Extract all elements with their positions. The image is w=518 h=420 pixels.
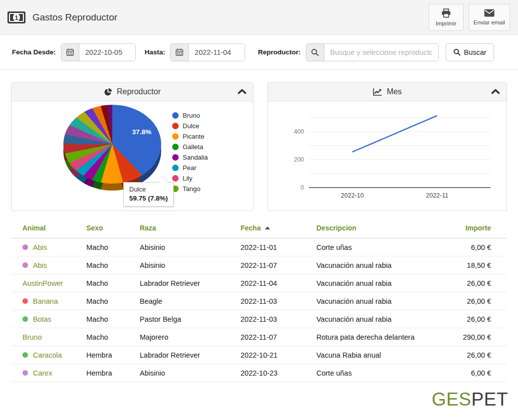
animal-color-dot (22, 262, 28, 268)
hasta-input[interactable] (189, 44, 245, 61)
legend-item[interactable]: Pear (172, 164, 208, 172)
send-email-button[interactable]: Enviar email (469, 4, 510, 31)
animal-link[interactable]: Carex (33, 369, 52, 377)
legend-label: Picante (183, 133, 204, 140)
calendar-icon[interactable] (61, 44, 79, 61)
charts-row: Reproductor 37.8% BrunoDulcePicanteGalle… (11, 82, 507, 211)
legend-item[interactable]: Sandalia (172, 154, 208, 161)
print-button[interactable]: Imprimir (429, 4, 464, 31)
cell-fecha: 2022-10-21 (241, 346, 316, 364)
sort-asc-icon[interactable] (265, 226, 270, 229)
pie-chart-area: 37.8% BrunoDulcePicanteGalletaSandaliaPe… (11, 101, 253, 210)
tooltip-name: Dulce (129, 186, 168, 193)
line-panel: Mes 02004002022-102022-11 (267, 82, 507, 211)
column-header-sexo[interactable]: Sexo (86, 219, 140, 238)
legend-item[interactable]: Picante (172, 133, 208, 140)
legend-dot (172, 165, 179, 171)
svg-text:400: 400 (294, 128, 304, 135)
cell-raza: Labrador Retriever (140, 274, 241, 292)
animal-color-dot (22, 316, 28, 322)
calendar-icon[interactable] (171, 44, 189, 61)
cell-descripcion: Vacuna Rabia anual (316, 346, 433, 364)
brand: 1 Gastos Reproductor (7, 10, 117, 25)
envelope-icon (484, 9, 495, 17)
cell-animal: AustinPower (11, 274, 86, 292)
column-header-descripcion[interactable]: Descripcion (316, 219, 433, 238)
legend-item[interactable]: Lily (172, 175, 208, 182)
legend-item[interactable]: Dulce (172, 122, 208, 130)
svg-text:0: 0 (300, 184, 304, 191)
fecha-desde-input[interactable] (79, 44, 135, 61)
svg-text:2022-10: 2022-10 (341, 192, 364, 199)
table-row: CaracolaHembraLabrador Retriever2022-10-… (11, 346, 507, 364)
cell-fecha: 2022-11-03 (241, 310, 316, 328)
reproductor-search-input[interactable] (324, 44, 438, 61)
column-header-fecha-label: Fecha (241, 224, 260, 232)
top-bar: 1 Gastos Reproductor Imprimir En (0, 0, 518, 35)
cell-animal: Banana (11, 292, 86, 310)
column-header-raza[interactable]: Raza (140, 219, 241, 238)
money-bill-icon: 1 (7, 10, 26, 25)
animal-link[interactable]: Abis (33, 243, 47, 251)
table-row: BotasMachoPastor Belga2022-11-03Vacunaci… (11, 310, 507, 328)
legend-label: Galleta (183, 143, 203, 151)
animal-link[interactable]: Abis (33, 261, 47, 269)
reproductor-label: Reproductor: (258, 48, 301, 56)
cell-descripcion: Vacunación anual rabia (316, 256, 433, 274)
expenses-table: Animal Sexo Raza Fecha Descripcion Impor… (11, 219, 507, 382)
fecha-desde-group (61, 43, 136, 61)
legend-item[interactable]: Galleta (172, 143, 208, 151)
cell-importe: 26,00 € (433, 292, 507, 310)
line-chart-svg: 02004002022-102022-11 (268, 101, 507, 210)
table-row: CarexHembraAbisinio2022-10-23Corte uñas6… (11, 364, 507, 382)
cell-animal: Botas (11, 310, 86, 328)
table-row: BrunoMachoMajorero2022-11-07Rotura pata … (11, 328, 507, 346)
logo-ges: GES (432, 389, 472, 410)
page-title: Gastos Reproductor (32, 12, 117, 23)
animal-link[interactable]: AustinPower (22, 279, 63, 287)
cell-sexo: Macho (86, 274, 140, 292)
animal-link[interactable]: Banana (33, 297, 58, 305)
line-panel-title: Mes (387, 87, 402, 96)
table-row: AbisMachoAbisinio2022-11-01Corte uñas6,0… (11, 238, 507, 256)
cell-descripcion: Vacunación anual rabia (316, 292, 433, 310)
column-header-importe[interactable]: Importe (433, 219, 507, 238)
expenses-table-wrap: Animal Sexo Raza Fecha Descripcion Impor… (11, 219, 507, 382)
column-header-fecha[interactable]: Fecha (241, 219, 316, 238)
animal-link[interactable]: Caracola (33, 351, 62, 359)
cell-sexo: Macho (86, 328, 140, 346)
pie-panel-title: Reproductor (117, 87, 161, 96)
animal-link[interactable]: Bruno (22, 333, 42, 341)
cell-raza: Abisinio (140, 238, 241, 256)
chevron-up-icon[interactable] (238, 88, 247, 95)
animal-link[interactable]: Botas (33, 315, 51, 323)
legend-item[interactable]: Bruno (172, 112, 208, 119)
cell-fecha: 2022-10-23 (241, 364, 316, 382)
pie-legend: BrunoDulcePicanteGalletaSandaliaPearLily… (172, 112, 208, 193)
legend-label: Bruno (183, 112, 200, 119)
cell-animal: Abis (11, 238, 86, 256)
hasta-label: Hasta: (145, 48, 165, 56)
chevron-up-icon[interactable] (491, 88, 500, 95)
column-header-animal[interactable]: Animal (11, 219, 86, 238)
pie-top (63, 105, 161, 184)
pie-chart[interactable]: 37.8% (63, 105, 161, 191)
cell-importe: 26,00 € (433, 346, 507, 364)
legend-dot (172, 133, 179, 140)
svg-text:200: 200 (294, 156, 304, 163)
animal-color-dot (22, 298, 28, 304)
cell-descripcion: Vacunación anual rabia (316, 310, 433, 328)
pie-slice-label: 37.8% (132, 128, 151, 136)
table-row: AustinPowerMachoLabrador Retriever2022-1… (11, 274, 507, 292)
cell-raza: Abisinio (140, 364, 241, 382)
cell-descripcion: Corte uñas (316, 238, 433, 256)
legend-label: Dulce (183, 122, 199, 130)
cell-sexo: Macho (86, 256, 140, 274)
cell-fecha: 2022-11-07 (241, 328, 316, 346)
buscar-button[interactable]: Buscar (446, 43, 494, 61)
search-icon (306, 44, 324, 61)
legend-item[interactable]: Tango (172, 185, 208, 193)
search-icon (453, 48, 461, 56)
topbar-actions: Imprimir Enviar email (429, 4, 510, 31)
cell-importe: 6,00 € (433, 364, 507, 382)
